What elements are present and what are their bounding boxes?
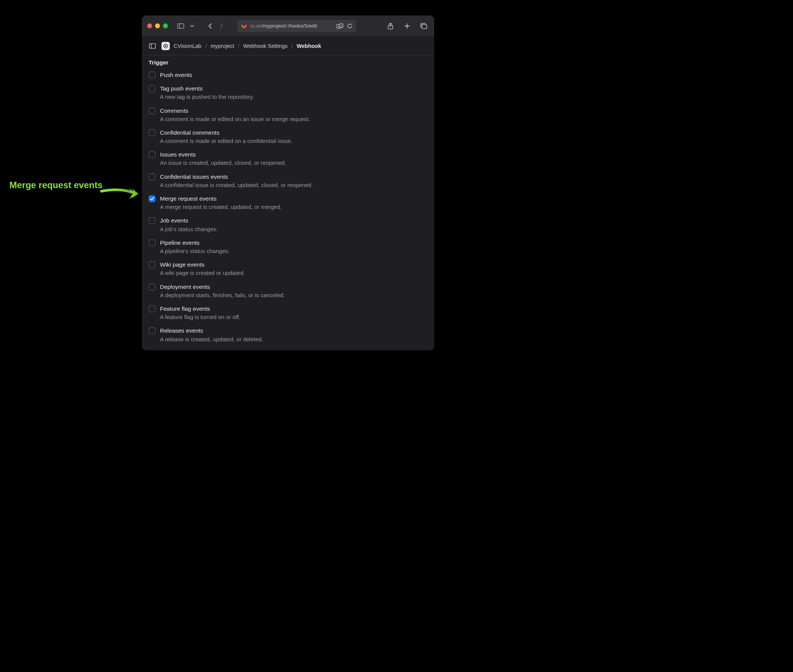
trigger-item-deployment-events: Deployment events A deployment starts, f… xyxy=(149,281,428,303)
trigger-checkbox[interactable] xyxy=(149,261,155,268)
trigger-item-job-events: Job events A job's status changes. xyxy=(149,214,428,237)
svg-rect-1 xyxy=(178,23,184,28)
gitlab-favicon-icon xyxy=(241,23,247,29)
trigger-item-issues-events: Issues events An issue is created, updat… xyxy=(149,149,428,170)
trigger-checkbox[interactable] xyxy=(149,195,155,202)
trigger-item-releases-events: Releases events A release is created, up… xyxy=(149,325,428,347)
breadcrumb-separator: / xyxy=(205,43,207,49)
share-button[interactable] xyxy=(385,21,396,31)
sidebar-toggle-button[interactable] xyxy=(175,21,186,31)
trigger-description: A confidential issue is created, updated… xyxy=(160,181,313,189)
trigger-item-merge-request-events: Merge request events A merge request is … xyxy=(149,193,428,214)
trigger-item-comments: Comments A comment is made or edited on … xyxy=(149,105,428,127)
project-avatar[interactable] xyxy=(162,42,170,50)
svg-marker-0 xyxy=(129,189,137,199)
window-controls xyxy=(147,23,168,28)
trigger-checkbox[interactable] xyxy=(149,327,155,334)
address-bar[interactable]: nLab/myproject/-/hooks/5/edit A文 xyxy=(237,20,356,32)
trigger-description: A release is created, updated, or delete… xyxy=(160,336,263,343)
page-sidebar-toggle[interactable] xyxy=(147,41,158,51)
trigger-item-feature-flag-events: Feature flag events A feature flag is tu… xyxy=(149,303,428,325)
trigger-description: A comment is made or edited on an issue … xyxy=(160,115,310,123)
breadcrumb-item[interactable]: Webhook Settings xyxy=(244,43,287,49)
url-text: nLab/myproject/-/hooks/5/edit xyxy=(250,23,317,29)
trigger-item-confidential-issues-events: Confidential issues events A confidentia… xyxy=(149,171,428,193)
trigger-item-pipeline-events: Pipeline events A pipeline's status chan… xyxy=(149,237,428,259)
trigger-checkbox[interactable] xyxy=(149,85,155,92)
trigger-description: A new tag is pushed to the repository. xyxy=(160,93,254,101)
trigger-label[interactable]: Confidential issues events xyxy=(160,173,313,181)
section-title: Trigger xyxy=(149,59,428,66)
trigger-label[interactable]: Pipeline events xyxy=(160,239,230,246)
annotation-arrow-icon xyxy=(99,186,145,201)
svg-text:A: A xyxy=(338,25,340,28)
page-body: Trigger Push events Tag push events A ne… xyxy=(142,56,434,350)
trigger-description: A feature flag is turned on or off. xyxy=(160,314,240,321)
trigger-item-tag-push-events: Tag push events A new tag is pushed to t… xyxy=(149,83,428,104)
trigger-checkbox[interactable] xyxy=(149,72,155,78)
trigger-label[interactable]: Push events xyxy=(160,71,192,79)
trigger-description: A deployment starts, finishes, fails, or… xyxy=(160,291,285,299)
trigger-checkbox[interactable] xyxy=(149,107,155,114)
trigger-checkbox[interactable] xyxy=(149,240,155,246)
svg-text:文: 文 xyxy=(340,24,343,27)
trigger-checkbox[interactable] xyxy=(149,173,155,180)
forward-button[interactable] xyxy=(216,21,227,31)
minimize-window-button[interactable] xyxy=(155,23,160,28)
content-header: CVisionLab / myproject / Webhook Setting… xyxy=(142,37,434,56)
trigger-label[interactable]: Wiki page events xyxy=(160,261,245,269)
breadcrumb-item[interactable]: myproject xyxy=(210,43,234,49)
trigger-checkbox[interactable] xyxy=(149,217,155,224)
breadcrumb-separator: / xyxy=(291,43,293,49)
trigger-label[interactable]: Deployment events xyxy=(160,283,285,291)
trigger-label[interactable]: Tag push events xyxy=(160,85,254,93)
trigger-checkbox[interactable] xyxy=(149,130,155,136)
maximize-window-button[interactable] xyxy=(163,23,168,28)
breadcrumb-item-current: Webhook xyxy=(296,43,321,49)
tab-overview-button[interactable] xyxy=(187,21,197,31)
trigger-label[interactable]: Comments xyxy=(160,107,310,115)
trigger-item-wiki-page-events: Wiki page events A wiki page is created … xyxy=(149,259,428,280)
trigger-checkbox[interactable] xyxy=(149,151,155,158)
breadcrumb-item[interactable]: CVisionLab xyxy=(173,43,202,49)
new-tab-button[interactable] xyxy=(402,21,412,31)
trigger-description: A comment is made or edited on a confide… xyxy=(160,137,292,145)
trigger-label[interactable]: Releases events xyxy=(160,327,263,334)
trigger-description: A pipeline's status changes. xyxy=(160,247,230,255)
browser-window: nLab/myproject/-/hooks/5/edit A文 xyxy=(142,16,434,350)
close-window-button[interactable] xyxy=(147,23,152,28)
trigger-description: A wiki page is created or updated. xyxy=(160,269,245,277)
trigger-description: A merge request is created, updated, or … xyxy=(160,203,282,211)
trigger-description: A job's status changes. xyxy=(160,226,218,233)
trigger-label[interactable]: Job events xyxy=(160,217,218,224)
trigger-checkbox[interactable] xyxy=(149,306,155,312)
breadcrumbs: CVisionLab / myproject / Webhook Setting… xyxy=(173,43,321,49)
trigger-item-confidential-comments: Confidential comments A comment is made … xyxy=(149,127,428,149)
trigger-label[interactable]: Merge request events xyxy=(160,195,282,203)
translate-icon[interactable]: A文 xyxy=(336,23,343,29)
trigger-label[interactable]: Feature flag events xyxy=(160,305,240,313)
svg-rect-8 xyxy=(422,24,427,29)
trigger-label[interactable]: Issues events xyxy=(160,151,286,158)
annotation-label: Merge request events xyxy=(10,180,103,190)
titlebar: nLab/myproject/-/hooks/5/edit A文 xyxy=(142,16,434,37)
trigger-label[interactable]: Confidential comments xyxy=(160,129,292,136)
trigger-description: An issue is created, updated, closed, or… xyxy=(160,159,286,167)
trigger-item-push-events: Push events xyxy=(149,69,428,83)
tab-list-button[interactable] xyxy=(418,21,429,31)
breadcrumb-separator: / xyxy=(238,43,240,49)
trigger-checkbox[interactable] xyxy=(149,283,155,290)
back-button[interactable] xyxy=(205,21,215,31)
svg-rect-9 xyxy=(149,43,155,48)
reload-button[interactable] xyxy=(347,23,352,29)
svg-point-12 xyxy=(165,45,167,47)
